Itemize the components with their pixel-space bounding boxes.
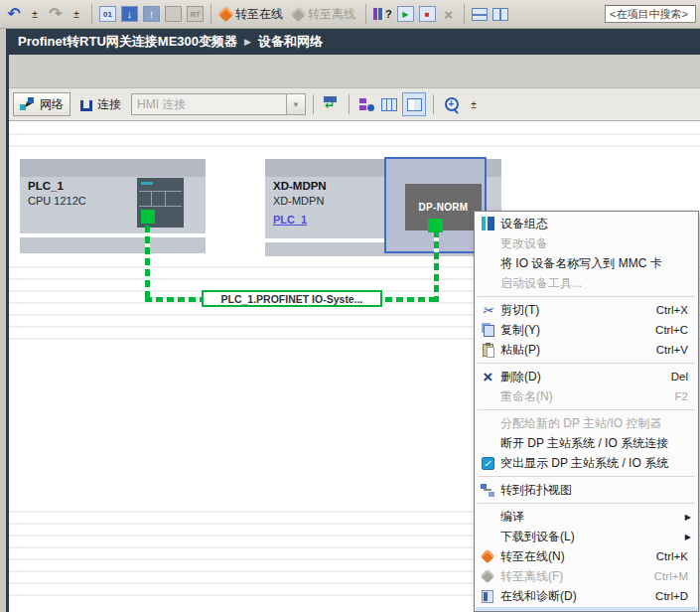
download-to-device-button[interactable]: ↓: [119, 3, 140, 25]
menu-item-label: 复制(Y): [500, 322, 540, 339]
toolbar-separator: [313, 94, 314, 114]
dp-norm-module[interactable]: DP-NORM: [405, 184, 482, 230]
start-runtime-button[interactable]: RT: [185, 3, 206, 25]
redo-dropdown[interactable]: ±: [67, 3, 86, 25]
menu-item-highlight-system[interactable]: 突出显示 DP 主站系统 / IO 系统: [475, 453, 698, 473]
overview-icon: [359, 97, 374, 111]
device-display-icon: [165, 6, 182, 22]
main-toolbar: ↶ ± ↷ ± 01 ↓ ↑ RT 转至在线 转至离线 ? ▶ ■ × <在项目…: [0, 0, 700, 29]
assigned-controller-link[interactable]: PLC_1: [273, 214, 307, 226]
question-mark-icon: ?: [385, 8, 392, 20]
menu-item-label: 粘贴(P): [500, 342, 540, 359]
menu-item-change-device[interactable]: 更改设备: [475, 233, 698, 253]
menu-item-compile[interactable]: 编译 ▶: [475, 507, 698, 527]
project-search-input[interactable]: <在项目中搜索>: [605, 5, 696, 23]
stop-simulation-button[interactable]: ■: [417, 3, 438, 25]
menu-item-cut[interactable]: 剪切(T) Ctrl+X: [475, 300, 698, 320]
tab-strip: [9, 55, 700, 88]
device-card-footer: [20, 237, 206, 253]
menu-item-label: 下载到设备(L): [500, 529, 575, 545]
toolbar-separator: [91, 4, 92, 24]
device-display-button[interactable]: [163, 3, 184, 25]
breadcrumb-project[interactable]: Profinet转RTU网关连接ME300变频器: [18, 33, 237, 51]
undo-button[interactable]: ↶: [4, 3, 24, 25]
menu-item-download-to-device[interactable]: 下载到设备(L) ▶: [475, 527, 698, 546]
show-relations-button[interactable]: [321, 93, 342, 115]
zoom-dropdown[interactable]: ±: [464, 93, 484, 115]
side-panel-toggle-button[interactable]: [402, 92, 426, 116]
menu-item-label: 转至离线(F): [500, 568, 563, 585]
runtime-icon: RT: [187, 6, 204, 22]
menu-item-online-diagnostics[interactable]: 在线和诊断(D) Ctrl+D: [475, 586, 698, 606]
redo-icon: ↷: [49, 6, 62, 22]
go-online-plug-icon: [218, 6, 234, 22]
go-offline-button[interactable]: 转至离线: [289, 3, 360, 25]
menu-separator: [478, 409, 695, 410]
combo-arrow-icon[interactable]: ▼: [286, 94, 305, 114]
connection-type-select[interactable]: HMI 连接 ▼: [131, 93, 306, 115]
profinet-port[interactable]: [141, 210, 155, 224]
menu-item-label: 更改设备: [500, 235, 548, 252]
undo-icon: ↶: [7, 6, 20, 22]
grid-icon: [381, 98, 397, 111]
io-system-label[interactable]: PLC_1.PROFINET IO-Syste...: [202, 290, 382, 307]
menu-item-label: 转到拓扑视图: [500, 482, 572, 499]
connections-mode-button[interactable]: 连接: [73, 92, 128, 116]
profinet-connection-line[interactable]: [145, 226, 150, 301]
menu-item-label: 启动设备工具...: [500, 275, 582, 292]
menu-item-device-config[interactable]: 设备组态: [475, 214, 698, 233]
split-horizontal-button[interactable]: [470, 3, 490, 25]
menu-item-label: 断开 DP 主站系统 / IO 系统连接: [500, 435, 668, 452]
menu-item-assign-new-master[interactable]: 分配给新的 DP 主站/IO 控制器: [475, 413, 698, 433]
menu-item-go-online[interactable]: 转至在线(N) Ctrl+K: [475, 546, 698, 566]
menu-item-delete[interactable]: 删除(D) Del: [475, 367, 698, 386]
menu-item-disconnect-system[interactable]: 断开 DP 主站系统 / IO 系统连接: [475, 433, 698, 453]
submenu-arrow-icon: ▶: [685, 533, 698, 541]
toolbar-separator: [365, 4, 366, 24]
relations-icon: [323, 96, 340, 112]
cursor-icon: [25, 101, 33, 109]
menu-item-copy[interactable]: 复制(Y) Ctrl+C: [475, 320, 698, 340]
profinet-connection-line[interactable]: [434, 230, 439, 302]
zoom-button[interactable]: [441, 93, 461, 115]
compile-button[interactable]: 01: [97, 3, 118, 25]
menu-item-goto-topology-view[interactable]: 转到拓扑视图: [475, 480, 698, 500]
zoom-icon: [444, 97, 459, 112]
online-diagnostics-icon: [475, 590, 500, 603]
network-mode-button[interactable]: 网络: [13, 92, 70, 116]
menu-item-label: 删除(D): [500, 369, 541, 385]
online-diagnostics-button[interactable]: ?: [371, 3, 394, 25]
device-context-menu: 设备组态 更改设备 将 IO 设备名称写入到 MMC 卡 启动设备工具... 剪…: [474, 211, 699, 612]
go-online-button[interactable]: 转至在线: [216, 3, 288, 25]
redo-button[interactable]: ↷: [46, 3, 66, 25]
go-online-plug-icon: [475, 551, 500, 561]
menu-separator: [478, 296, 695, 297]
undo-dropdown[interactable]: ±: [25, 3, 45, 25]
plc-device-icon[interactable]: [137, 178, 184, 228]
menu-item-write-io-device-name[interactable]: 将 IO 设备名称写入到 MMC 卡: [475, 253, 698, 273]
connections-icon: [80, 100, 92, 111]
device-card-header: [20, 159, 206, 177]
device-type: CPU 1212C: [28, 195, 86, 207]
table-view-button[interactable]: [379, 93, 399, 115]
delete-x-icon: [475, 369, 500, 385]
network-overview-button[interactable]: [356, 93, 376, 115]
menu-item-label: 设备组态: [500, 216, 548, 232]
device-config-icon: [475, 217, 500, 230]
upload-from-device-button[interactable]: ↑: [141, 3, 162, 25]
menu-item-go-offline[interactable]: 转至离线(F) Ctrl+M: [475, 566, 698, 586]
go-offline-plug-icon: [475, 571, 500, 581]
checked-checkbox-icon: [475, 457, 500, 470]
cross-reference-button[interactable]: ×: [439, 3, 459, 25]
network-view-toolbar: 网络 连接 HMI 连接 ▼ ±: [9, 88, 700, 121]
menu-item-start-device-tool[interactable]: 启动设备工具...: [475, 273, 698, 293]
menu-item-paste[interactable]: 粘贴(P) Ctrl+V: [475, 340, 698, 360]
split-vertical-button[interactable]: [490, 3, 510, 25]
start-simulation-button[interactable]: ▶: [395, 3, 416, 25]
menu-item-label: 在线和诊断(D): [500, 588, 577, 605]
tia-portal-window: ↶ ± ↷ ± 01 ↓ ↑ RT 转至在线 转至离线 ? ▶ ■ × <在项目…: [0, 0, 700, 612]
breadcrumb-page[interactable]: 设备和网络: [258, 33, 323, 51]
menu-item-label: 重命名(N): [500, 388, 553, 405]
menu-item-rename[interactable]: 重命名(N) F2: [475, 386, 698, 406]
go-offline-label: 转至离线: [308, 6, 358, 23]
